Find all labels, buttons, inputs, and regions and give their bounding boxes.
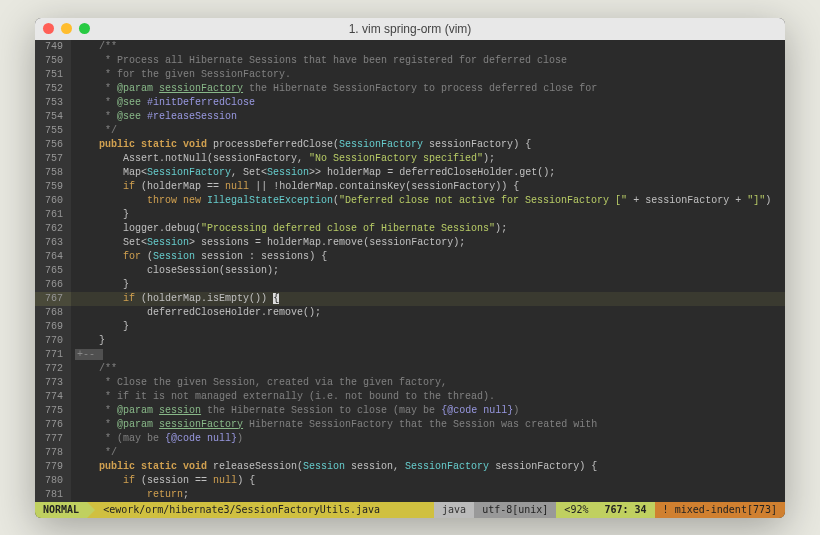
line-number: 779 — [35, 460, 71, 474]
code-content[interactable]: throw new IllegalStateException("Deferre… — [71, 194, 785, 208]
titlebar[interactable]: 1. vim spring-orm (vim) — [35, 18, 785, 40]
code-line[interactable]: 754 * @see #releaseSession — [35, 110, 785, 124]
line-number: 750 — [35, 54, 71, 68]
line-number: 781 — [35, 488, 71, 502]
code-line[interactable]: 767 if (holderMap.isEmpty()) { — [35, 292, 785, 306]
code-line[interactable]: 755 */ — [35, 124, 785, 138]
code-content[interactable]: * @param session the Hibernate Session t… — [71, 404, 785, 418]
code-line[interactable]: 762 logger.debug("Processing deferred cl… — [35, 222, 785, 236]
code-content[interactable]: Set<Session> sessions = holderMap.remove… — [71, 236, 785, 250]
close-icon[interactable] — [43, 23, 54, 34]
line-number: 765 — [35, 264, 71, 278]
file-path: <ework/orm/hibernate3/SessionFactoryUtil… — [95, 502, 434, 518]
code-line[interactable]: 781 return; — [35, 488, 785, 502]
code-content[interactable]: return; — [71, 488, 785, 502]
code-line[interactable]: 750 * Process all Hibernate Sessions tha… — [35, 54, 785, 68]
line-number: 758 — [35, 166, 71, 180]
code-line[interactable]: 772 /** — [35, 362, 785, 376]
line-number: 757 — [35, 152, 71, 166]
line-number: 772 — [35, 362, 71, 376]
code-line[interactable]: 749 /** — [35, 40, 785, 54]
line-number: 754 — [35, 110, 71, 124]
code-content[interactable]: * if it is not managed externally (i.e. … — [71, 390, 785, 404]
line-number: 776 — [35, 418, 71, 432]
code-content[interactable]: */ — [71, 446, 785, 460]
line-number: 759 — [35, 180, 71, 194]
code-content[interactable]: deferredCloseHolder.remove(); — [71, 306, 785, 320]
minimize-icon[interactable] — [61, 23, 72, 34]
code-line[interactable]: 760 throw new IllegalStateException("Def… — [35, 194, 785, 208]
code-content[interactable]: */ — [71, 124, 785, 138]
code-line[interactable]: 756 public static void processDeferredCl… — [35, 138, 785, 152]
code-content[interactable]: if (holderMap.isEmpty()) { — [71, 292, 785, 306]
code-line[interactable]: 771+-- — [35, 348, 785, 362]
code-content[interactable]: * @see #releaseSession — [71, 110, 785, 124]
separator-icon — [87, 502, 95, 518]
code-content[interactable]: } — [71, 334, 785, 348]
code-content[interactable]: +-- — [71, 348, 785, 362]
line-number: 770 — [35, 334, 71, 348]
line-number: 756 — [35, 138, 71, 152]
code-line[interactable]: 752 * @param sessionFactory the Hibernat… — [35, 82, 785, 96]
line-number: 752 — [35, 82, 71, 96]
code-line[interactable]: 757 Assert.notNull(sessionFactory, "No S… — [35, 152, 785, 166]
encoding-indicator: utf-8[unix] — [474, 502, 556, 518]
code-content[interactable]: /** — [71, 40, 785, 54]
code-content[interactable]: } — [71, 278, 785, 292]
code-content[interactable]: if (session == null) { — [71, 474, 785, 488]
code-content[interactable]: * @param sessionFactory the Hibernate Se… — [71, 82, 785, 96]
traffic-lights — [43, 23, 90, 34]
code-content[interactable]: * (may be {@code null}) — [71, 432, 785, 446]
line-number: 774 — [35, 390, 71, 404]
mode-indicator: NORMAL — [35, 502, 87, 518]
code-line[interactable]: 773 * Close the given Session, created v… — [35, 376, 785, 390]
code-line[interactable]: 770 } — [35, 334, 785, 348]
line-number: 749 — [35, 40, 71, 54]
code-line[interactable]: 775 * @param session the Hibernate Sessi… — [35, 404, 785, 418]
code-content[interactable]: * @param sessionFactory Hibernate Sessio… — [71, 418, 785, 432]
code-line[interactable]: 780 if (session == null) { — [35, 474, 785, 488]
percent-indicator: < 92% — [556, 502, 596, 518]
status-line: NORMAL <ework/orm/hibernate3/SessionFact… — [35, 502, 785, 518]
code-line[interactable]: 776 * @param sessionFactory Hibernate Se… — [35, 418, 785, 432]
code-line[interactable]: 761 } — [35, 208, 785, 222]
code-content[interactable]: public static void releaseSession(Sessio… — [71, 460, 785, 474]
code-content[interactable]: Assert.notNull(sessionFactory, "No Sessi… — [71, 152, 785, 166]
maximize-icon[interactable] — [79, 23, 90, 34]
line-number: 777 — [35, 432, 71, 446]
code-content[interactable]: * Close the given Session, created via t… — [71, 376, 785, 390]
code-content[interactable]: * @see #initDeferredClose — [71, 96, 785, 110]
window-title: 1. vim spring-orm (vim) — [349, 22, 472, 36]
code-line[interactable]: 766 } — [35, 278, 785, 292]
code-line[interactable]: 777 * (may be {@code null}) — [35, 432, 785, 446]
code-content[interactable]: for (Session session : sessions) { — [71, 250, 785, 264]
code-content[interactable]: if (holderMap == null || !holderMap.cont… — [71, 180, 785, 194]
line-number: 778 — [35, 446, 71, 460]
code-line[interactable]: 774 * if it is not managed externally (i… — [35, 390, 785, 404]
code-line[interactable]: 751 * for the given SessionFactory. — [35, 68, 785, 82]
line-number: 767 — [35, 292, 71, 306]
code-content[interactable]: Map<SessionFactory, Set<Session>> holder… — [71, 166, 785, 180]
code-content[interactable]: * for the given SessionFactory. — [71, 68, 785, 82]
code-line[interactable]: 779 public static void releaseSession(Se… — [35, 460, 785, 474]
code-content[interactable]: logger.debug("Processing deferred close … — [71, 222, 785, 236]
code-line[interactable]: 759 if (holderMap == null || !holderMap.… — [35, 180, 785, 194]
editor-area[interactable]: 749 /**750 * Process all Hibernate Sessi… — [35, 40, 785, 502]
code-content[interactable]: closeSession(session); — [71, 264, 785, 278]
code-content[interactable]: * Process all Hibernate Sessions that ha… — [71, 54, 785, 68]
code-line[interactable]: 753 * @see #initDeferredClose — [35, 96, 785, 110]
code-line[interactable]: 778 */ — [35, 446, 785, 460]
code-content[interactable]: } — [71, 208, 785, 222]
code-line[interactable]: 764 for (Session session : sessions) { — [35, 250, 785, 264]
warning-indicator: ! mixed-indent[773] — [655, 502, 785, 518]
code-line[interactable]: 758 Map<SessionFactory, Set<Session>> ho… — [35, 166, 785, 180]
code-line[interactable]: 769 } — [35, 320, 785, 334]
code-line[interactable]: 763 Set<Session> sessions = holderMap.re… — [35, 236, 785, 250]
code-content[interactable]: /** — [71, 362, 785, 376]
terminal-window: 1. vim spring-orm (vim) 749 /**750 * Pro… — [35, 18, 785, 518]
code-line[interactable]: 765 closeSession(session); — [35, 264, 785, 278]
code-content[interactable]: public static void processDeferredClose(… — [71, 138, 785, 152]
code-line[interactable]: 768 deferredCloseHolder.remove(); — [35, 306, 785, 320]
code-content[interactable]: } — [71, 320, 785, 334]
line-number: 751 — [35, 68, 71, 82]
